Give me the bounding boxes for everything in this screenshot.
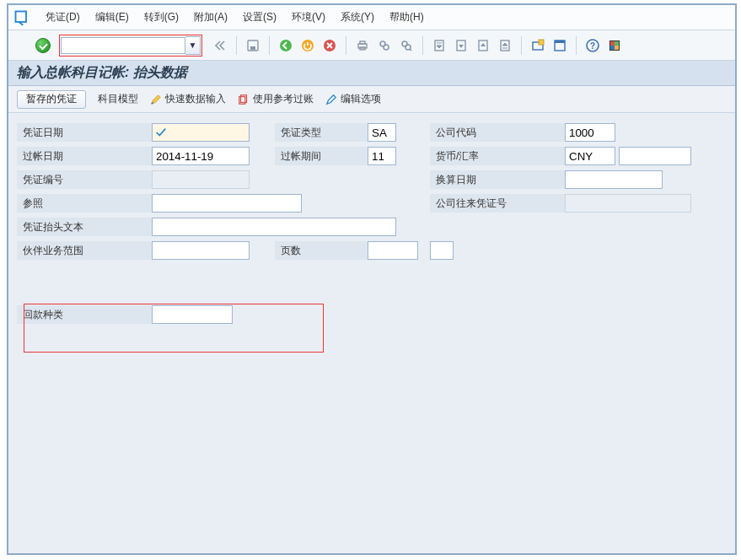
menu-system[interactable]: 系统(Y)	[341, 10, 374, 24]
form-area: 凭证日期 凭证类型 公司代码 过帐日期 过帐期间 货币/汇率 凭证编号	[8, 113, 735, 553]
menu-help[interactable]: 帮助(H)	[389, 10, 424, 24]
menu-goto[interactable]: 转到(G)	[144, 10, 179, 24]
period-input[interactable]	[368, 147, 396, 165]
menu-env[interactable]: 环境(V)	[292, 10, 325, 24]
back-double-icon[interactable]	[211, 36, 229, 55]
header-text-label: 凭证抬头文本	[17, 218, 152, 236]
return-type-input[interactable]	[152, 305, 233, 324]
customize-icon[interactable]	[605, 36, 624, 55]
command-field-wrap: ▼	[59, 35, 202, 57]
period-label: 过帐期间	[275, 147, 368, 165]
account-model-link[interactable]: 科目模型	[98, 92, 138, 106]
find-next-icon[interactable]	[397, 36, 416, 55]
partner-ba-label: 伙伴业务范围	[17, 241, 152, 260]
prev-page-icon[interactable]	[452, 36, 470, 55]
print-icon[interactable]	[353, 36, 372, 55]
toolbar: ▼	[8, 30, 735, 61]
pages-label: 页数	[275, 241, 368, 260]
doc-no-label: 凭证编号	[17, 170, 152, 189]
cross-cc-no-label: 公司往来凭证号	[430, 194, 565, 213]
reference-input[interactable]	[152, 194, 302, 213]
company-code-input[interactable]	[565, 123, 615, 142]
post-with-ref-link[interactable]: 使用参考过账	[238, 92, 314, 106]
exit-icon[interactable]	[298, 36, 317, 55]
header-text-input[interactable]	[152, 218, 396, 236]
svg-rect-25	[615, 41, 619, 46]
menu-extra[interactable]: 附加(A)	[194, 10, 228, 24]
doc-type-label: 凭证类型	[275, 123, 368, 142]
new-session-icon[interactable]	[529, 36, 547, 55]
next-page-icon[interactable]	[474, 36, 492, 55]
save-icon[interactable]	[244, 36, 262, 55]
exchange-rate-input[interactable]	[619, 147, 691, 165]
doc-type-input[interactable]	[368, 123, 396, 142]
post-date-label: 过帐日期	[17, 147, 152, 165]
command-input[interactable]	[61, 37, 185, 54]
toolbar-separator	[521, 36, 522, 55]
copy-icon	[238, 94, 250, 105]
enter-icon[interactable]	[35, 38, 51, 53]
menu-settings[interactable]: 设置(S)	[243, 10, 277, 24]
doc-date-label: 凭证日期	[17, 123, 152, 142]
svg-rect-20	[555, 40, 565, 43]
edit-options-link[interactable]: 编辑选项	[325, 92, 381, 106]
currency-input[interactable]	[565, 147, 615, 165]
reference-label: 参照	[17, 194, 152, 213]
pencil-blue-icon	[325, 94, 337, 105]
svg-rect-24	[610, 41, 615, 46]
subtoolbar: 暂存的凭证 科目模型 快速数据输入 使用参考过账 编辑选项	[8, 86, 735, 113]
edit-options-label: 编辑选项	[341, 92, 381, 106]
back-icon[interactable]	[277, 36, 295, 55]
layout-icon[interactable]	[550, 36, 569, 55]
svg-rect-26	[610, 46, 615, 50]
menu-overflow-icon[interactable]	[13, 9, 30, 26]
post-with-ref-label: 使用参考过账	[253, 92, 314, 106]
translation-date-input[interactable]	[565, 170, 663, 189]
find-icon[interactable]	[375, 36, 394, 55]
svg-text:?: ?	[590, 41, 595, 51]
toolbar-separator	[422, 36, 423, 55]
fast-entry-label: 快速数据输入	[165, 92, 226, 106]
doc-no-input	[152, 170, 250, 189]
svg-point-3	[280, 40, 292, 51]
toolbar-separator	[346, 36, 346, 55]
return-type-label: 回款种类	[17, 305, 152, 324]
fast-entry-link[interactable]: 快速数据输入	[150, 92, 226, 106]
pages-of-input[interactable]	[430, 241, 454, 260]
post-date-input[interactable]	[152, 147, 250, 165]
currency-label: 货币/汇率	[430, 147, 565, 165]
svg-rect-7	[360, 41, 365, 44]
company-code-label: 公司代码	[430, 123, 565, 142]
svg-rect-27	[615, 46, 619, 50]
held-docs-button[interactable]: 暂存的凭证	[17, 90, 86, 109]
toolbar-separator	[269, 36, 270, 55]
page-title: 输入总帐科目记帐: 抬头数据	[17, 64, 187, 82]
svg-rect-18	[539, 40, 544, 45]
partner-ba-input[interactable]	[152, 241, 250, 260]
translation-date-label: 换算日期	[430, 170, 565, 189]
required-check-icon	[155, 127, 167, 138]
pencil-icon	[150, 94, 162, 105]
toolbar-separator	[576, 36, 577, 55]
menu-voucher[interactable]: 凭证(D)	[46, 10, 80, 24]
menubar: 凭证(D) 编辑(E) 转到(G) 附加(A) 设置(S) 环境(V) 系统(Y…	[8, 5, 735, 30]
cancel-icon[interactable]	[320, 36, 339, 55]
toolbar-separator	[236, 36, 237, 55]
first-page-icon[interactable]	[430, 36, 448, 55]
last-page-icon[interactable]	[496, 36, 514, 55]
pages-input[interactable]	[368, 241, 418, 260]
cross-cc-no-input	[565, 194, 691, 213]
help-icon[interactable]: ?	[583, 36, 602, 55]
menu-edit[interactable]: 编辑(E)	[95, 10, 129, 24]
svg-rect-2	[250, 46, 255, 50]
titlebar: 输入总帐科目记帐: 抬头数据	[8, 61, 735, 86]
command-dropdown-icon[interactable]: ▼	[185, 36, 201, 55]
svg-rect-0	[16, 11, 27, 22]
svg-point-10	[384, 45, 389, 50]
app-window: 凭证(D) 编辑(E) 转到(G) 附加(A) 设置(S) 环境(V) 系统(Y…	[7, 3, 737, 555]
